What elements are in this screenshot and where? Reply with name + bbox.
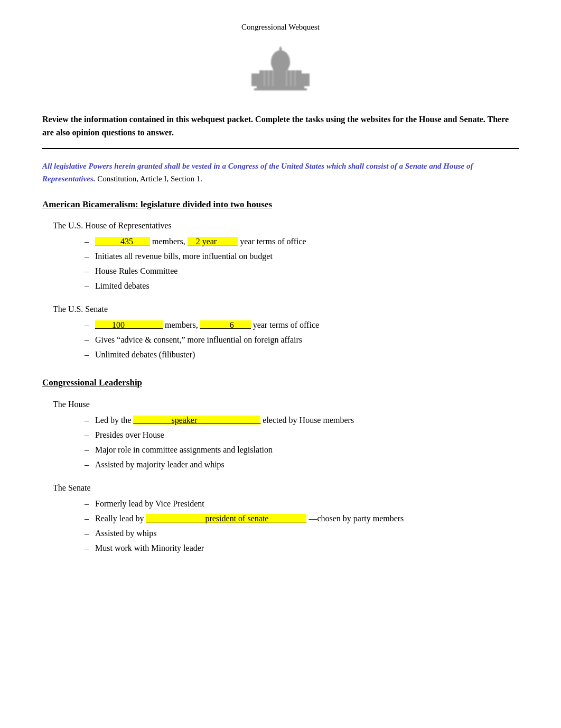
list-item: Limited debates <box>85 280 519 292</box>
major-role: Major role in committee assignments and … <box>95 445 273 454</box>
section-divider <box>42 148 519 149</box>
house-revenue: Initiates all revenue bills, more influe… <box>95 252 273 261</box>
list-item: Initiates all revenue bills, more influe… <box>85 250 519 263</box>
svg-rect-6 <box>251 73 262 86</box>
capitol-icon <box>249 42 312 100</box>
list-item: ____100_________ members, _______6____ y… <box>85 319 519 331</box>
house-rules-committee: House Rules Committee <box>95 266 177 275</box>
svg-rect-13 <box>294 70 296 86</box>
list-item: Gives “advice & consent,” more influenti… <box>85 334 519 346</box>
intro-paragraph: Review the information contained in this… <box>42 113 519 140</box>
senate-filibuster: Unlimited debates (filibuster) <box>95 350 195 359</box>
house-leadership-list: Led by the _________speaker_____________… <box>85 414 519 471</box>
svg-rect-7 <box>299 73 310 86</box>
bicameralism-section: American Bicameralism: legislature divid… <box>42 198 519 362</box>
senate-subsection: The U.S. Senate ____100_________ members… <box>42 303 519 361</box>
senate-term-post: year terms of office <box>251 320 319 329</box>
svg-rect-9 <box>268 70 269 86</box>
senate-members-mid: members, <box>163 320 200 329</box>
house-leadership-subsection: The House Led by the _________speaker___… <box>42 398 519 471</box>
senate-bullet-list: ____100_________ members, _______6____ y… <box>85 319 519 361</box>
presides: Presides over House <box>95 430 164 439</box>
svg-rect-5 <box>254 88 307 90</box>
list-item: Led by the _________speaker_____________… <box>85 414 519 427</box>
vp-lead: Formerly lead by Vice President <box>95 499 204 508</box>
house-debates: Limited debates <box>95 281 149 290</box>
senate-label: The U.S. Senate <box>53 303 519 316</box>
list-item: House Rules Committee <box>85 265 519 278</box>
page-title: Congressional Webquest <box>42 21 519 33</box>
senate-president-highlight: ______________president of senate_______… <box>146 514 306 523</box>
svg-rect-14 <box>279 49 282 54</box>
house-term-post: year terms of office <box>238 237 306 246</box>
svg-rect-8 <box>264 70 265 86</box>
svg-rect-12 <box>290 70 292 86</box>
section1-heading: American Bicameralism: legislature divid… <box>42 198 519 211</box>
list-item: Formerly lead by Vice President <box>85 497 519 510</box>
svg-marker-15 <box>279 46 282 49</box>
section2-heading: Congressional Leadership <box>42 376 519 390</box>
list-item: Unlimited debates (filibuster) <box>85 348 519 361</box>
really-lead-pre: Really lead by <box>95 514 146 523</box>
minority-leader: Must work with Minority leader <box>95 543 204 552</box>
svg-rect-1 <box>271 61 290 65</box>
svg-rect-4 <box>257 86 304 88</box>
house-label: The U.S. House of Representatives <box>53 219 519 232</box>
the-house-label: The House <box>53 398 519 411</box>
senate-members-highlight: ____100_________ <box>95 320 163 329</box>
led-by-post: elected by House members <box>260 416 354 425</box>
svg-rect-2 <box>273 65 288 70</box>
svg-rect-11 <box>286 70 287 86</box>
constitution-citation: Constitution, Article I, Section 1. <box>95 174 202 183</box>
senate-advice: Gives “advice & consent,” more influenti… <box>95 335 302 344</box>
whips: Assisted by whips <box>95 529 156 538</box>
list-item: Really lead by ______________president o… <box>85 512 519 525</box>
house-bullet-list: ______435____ members, __2 year_____ yea… <box>85 235 519 292</box>
capitol-image-container <box>42 42 519 100</box>
list-item: ______435____ members, __2 year_____ yea… <box>85 235 519 248</box>
list-item: Assisted by majority leader and whips <box>85 458 519 471</box>
house-subsection: The U.S. House of Representatives ______… <box>42 219 519 292</box>
majority-leader: Assisted by majority leader and whips <box>95 460 225 469</box>
senate-leadership-list: Formerly lead by Vice President Really l… <box>85 497 519 555</box>
leadership-section: Congressional Leadership The House Led b… <box>42 376 519 555</box>
speaker-highlight: _________speaker_______________ <box>133 416 260 425</box>
house-members-highlight1: ______435____ <box>95 237 150 246</box>
the-senate-label: The Senate <box>53 482 519 494</box>
senate-leadership-subsection: The Senate Formerly lead by Vice Preside… <box>42 482 519 555</box>
led-by-pre: Led by the <box>95 416 133 425</box>
list-item: Assisted by whips <box>85 527 519 540</box>
constitution-paragraph: All legislative Powers herein granted sh… <box>42 160 519 185</box>
svg-rect-10 <box>272 70 274 86</box>
list-item: Major role in committee assignments and … <box>85 444 519 456</box>
house-members-mid: members, <box>150 237 188 246</box>
list-item: Presides over House <box>85 429 519 441</box>
really-lead-post: —chosen by party members <box>306 514 404 523</box>
list-item: Must work with Minority leader <box>85 542 519 555</box>
house-term-highlight: __2 year_____ <box>188 237 238 246</box>
senate-term-highlight: _______6____ <box>200 320 251 329</box>
